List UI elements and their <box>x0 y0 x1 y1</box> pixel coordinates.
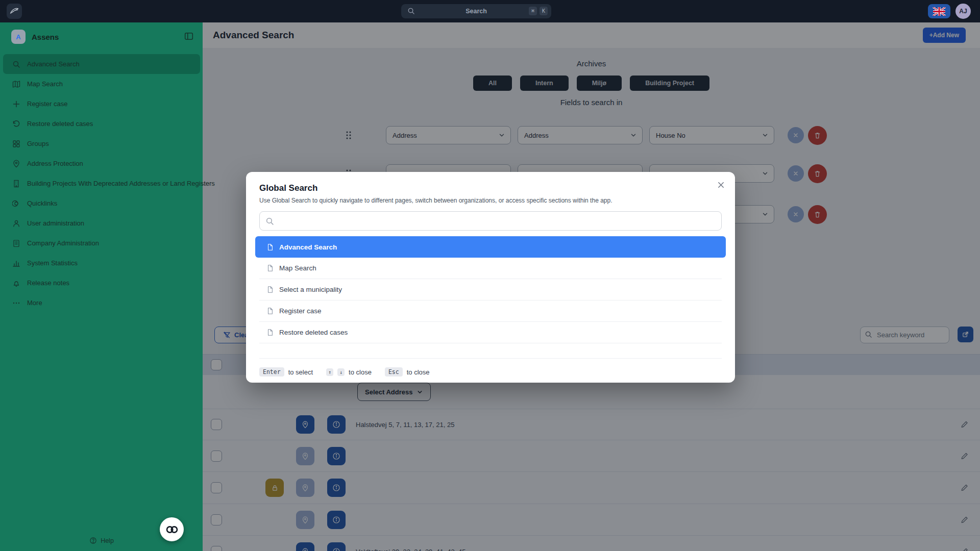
language-button[interactable] <box>928 4 950 18</box>
sidebar-item-label: System Statistics <box>27 259 78 267</box>
sidebar-item-label: Advanced Search <box>27 60 80 68</box>
to-close-label: to close <box>349 368 372 376</box>
modal-item-label: Restore deleted cases <box>279 329 348 336</box>
swirl-logo-icon <box>9 6 19 16</box>
modal-footer: Enter to select ↑ ↓ to close Esc to clos… <box>259 359 722 385</box>
modal-item-map-search[interactable]: Map Search <box>259 258 722 279</box>
chat-launcher-button[interactable] <box>160 517 184 541</box>
grid-icon <box>12 139 20 148</box>
sidebar-item-restore-deleted-cases[interactable]: Restore deleted cases <box>0 114 203 134</box>
sidebar-item-label: Release notes <box>27 279 69 287</box>
launcher-logo-icon <box>165 525 179 534</box>
shortcut-keys: ⌘ K <box>529 7 548 15</box>
modal-result-list: Advanced Search Map Search Select a muni… <box>259 236 722 359</box>
office-icon <box>12 239 20 247</box>
modal-item-register-case[interactable]: Register case <box>259 300 722 322</box>
modal-search-input[interactable] <box>260 212 721 230</box>
organization-avatar: A <box>11 30 26 44</box>
sidebar-item-building-projects[interactable]: Building Projects With Deprecated Addres… <box>0 173 203 193</box>
sidebar-item-label: Address Protection <box>27 160 83 167</box>
modal-item-advanced-search[interactable]: Advanced Search <box>255 236 726 258</box>
top-bar: Search ⌘ K AJ <box>0 0 980 22</box>
search-icon <box>265 217 274 226</box>
building-icon <box>12 179 20 188</box>
help-label: Help <box>101 537 114 544</box>
search-icon <box>12 60 20 68</box>
restore-icon <box>12 119 20 128</box>
plus-icon <box>12 99 20 108</box>
sidebar-item-label: Map Search <box>27 80 63 88</box>
ellipsis-icon <box>12 298 20 307</box>
modal-search-box <box>259 211 722 231</box>
sidebar-item-label: Building Projects With Deprecated Addres… <box>27 180 215 187</box>
sidebar-item-user-administration[interactable]: User administration <box>0 213 203 233</box>
modal-subtitle: Use Global Search to quickly navigate to… <box>259 197 722 204</box>
organization-name: Assens <box>32 33 59 41</box>
modal-item-label: Register case <box>279 307 322 315</box>
sidebar-item-quicklinks[interactable]: Quicklinks <box>0 193 203 213</box>
document-icon <box>266 264 274 272</box>
help-icon <box>89 536 97 545</box>
document-icon <box>266 329 274 336</box>
global-search-trigger[interactable]: Search ⌘ K <box>401 4 551 18</box>
sidebar-nav: Advanced Search Map Search Register case… <box>0 54 203 313</box>
sidebar-item-advanced-search[interactable]: Advanced Search <box>3 54 200 74</box>
sidebar-item-label: Groups <box>27 140 49 147</box>
modal-item-label: Map Search <box>279 264 316 272</box>
modal-title: Global Search <box>259 183 722 193</box>
sidebar-collapse-button[interactable] <box>184 32 193 41</box>
document-icon <box>266 243 274 251</box>
cmd-key: ⌘ <box>529 7 537 15</box>
modal-list-spacer <box>259 343 722 359</box>
sidebar-item-register-case[interactable]: Register case <box>0 94 203 114</box>
enter-key-badge: Enter <box>259 367 284 377</box>
modal-item-label: Select a municipality <box>279 286 342 293</box>
sidebar-item-system-statistics[interactable]: System Statistics <box>0 253 203 273</box>
modal-item-restore-deleted-cases[interactable]: Restore deleted cases <box>259 322 722 343</box>
sidebar-item-address-protection[interactable]: Address Protection <box>0 154 203 173</box>
k-key: K <box>540 7 548 15</box>
at-link-icon <box>12 199 20 208</box>
sidebar-item-label: Register case <box>27 100 67 108</box>
arrow-up-key-badge: ↑ <box>326 368 333 376</box>
sidebar-item-map-search[interactable]: Map Search <box>0 74 203 94</box>
map-icon <box>12 80 20 88</box>
sidebar-item-release-notes[interactable]: Release notes <box>0 273 203 293</box>
sidebar-item-groups[interactable]: Groups <box>0 134 203 154</box>
sidebar-item-label: User administration <box>27 219 84 227</box>
sidebar-item-label: Company Administration <box>27 239 99 247</box>
user-icon <box>12 219 20 228</box>
sidebar-item-more[interactable]: More <box>0 293 203 313</box>
modal-item-select-municipality[interactable]: Select a municipality <box>259 279 722 300</box>
location-pin-icon <box>12 159 20 168</box>
close-icon[interactable] <box>715 179 727 191</box>
arrow-down-key-badge: ↓ <box>337 368 345 376</box>
esc-key-badge: Esc <box>385 367 403 377</box>
modal-item-label: Advanced Search <box>279 243 337 251</box>
to-select-label: to select <box>288 368 313 376</box>
bell-icon <box>12 279 20 287</box>
global-search-modal: Global Search Use Global Search to quick… <box>246 172 735 383</box>
user-avatar[interactable]: AJ <box>955 4 971 19</box>
sidebar-item-label: More <box>27 299 42 307</box>
document-icon <box>266 307 274 315</box>
sidebar-item-label: Quicklinks <box>27 199 57 207</box>
uk-flag-icon <box>933 7 946 16</box>
bar-chart-icon <box>12 259 20 267</box>
app-logo[interactable] <box>7 4 22 19</box>
sidebar-item-company-administration[interactable]: Company Administration <box>0 233 203 253</box>
document-icon <box>266 286 274 293</box>
esc-to-close-label: to close <box>407 368 430 376</box>
sidebar: A Assens Advanced Search Map Search Regi… <box>0 22 203 551</box>
organization-row: A Assens <box>0 22 203 51</box>
sidebar-item-label: Restore deleted cases <box>27 120 93 128</box>
